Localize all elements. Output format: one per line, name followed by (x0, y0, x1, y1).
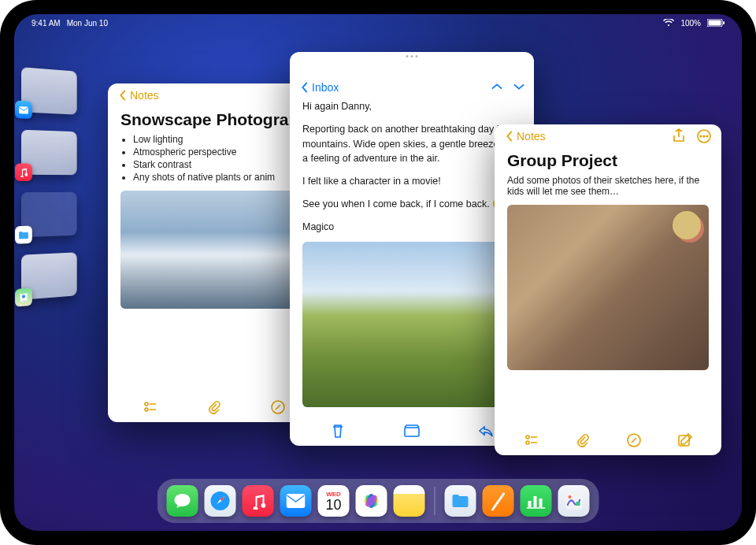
dock-app-files[interactable] (445, 485, 476, 517)
notes-toolbar (108, 391, 321, 422)
mail-signoff: Magico (302, 220, 521, 235)
back-label: Notes (517, 130, 546, 143)
mail-paragraph: I felt like a character in a movie! (302, 174, 521, 189)
trash-icon[interactable] (330, 423, 346, 439)
note-image (507, 205, 709, 370)
files-icon (15, 226, 32, 244)
archive-icon[interactable] (404, 423, 420, 439)
notes-toolbar (495, 424, 721, 455)
window-notes-snowscape[interactable]: Notes Snowscape Photograp Low lighting A… (108, 83, 321, 422)
mail-paragraph: See you when I come back, if I come back… (302, 197, 521, 212)
status-time: 9:41 AM (32, 19, 61, 28)
music-icon (15, 163, 32, 181)
dock-separator (435, 487, 435, 515)
note-image (120, 191, 308, 309)
svg-rect-2 (723, 21, 724, 24)
stage-item-files[interactable] (21, 192, 77, 238)
mail-icon (15, 101, 32, 119)
battery-icon (707, 19, 724, 27)
svg-point-13 (703, 135, 705, 137)
dock: WED 10 (158, 479, 599, 523)
mail-greeting: Hi again Danny, (302, 99, 521, 114)
markup-icon[interactable] (626, 432, 642, 448)
stage-item-music[interactable] (21, 130, 77, 176)
markup-icon[interactable] (270, 399, 286, 415)
svg-point-14 (706, 135, 708, 137)
note-text: Add some photos of their sketches here, … (507, 175, 709, 197)
back-button[interactable]: Notes (504, 130, 546, 143)
dock-app-safari[interactable] (205, 485, 236, 517)
compose-icon[interactable] (677, 432, 693, 448)
dock-app-pages[interactable] (483, 485, 514, 517)
back-label: Notes (130, 89, 159, 102)
checklist-icon[interactable] (524, 432, 539, 448)
note-title: Snowscape Photograp (108, 107, 321, 134)
bullet-item: Atmospheric perspective (133, 146, 308, 158)
attachment-icon[interactable] (206, 399, 222, 415)
stage-manager-strip (20, 69, 88, 298)
wifi-icon (663, 19, 674, 27)
more-icon[interactable] (696, 128, 712, 144)
calendar-day: 10 (325, 498, 341, 512)
stage-item-maps[interactable] (21, 252, 77, 299)
mail-image (302, 242, 521, 407)
dock-app-photos[interactable] (356, 485, 387, 517)
status-date: Mon Jun 10 (67, 19, 108, 28)
back-button[interactable]: Notes (117, 89, 159, 102)
dock-app-numbers[interactable] (521, 485, 552, 517)
svg-rect-10 (405, 428, 419, 436)
next-message-icon[interactable] (513, 81, 524, 95)
note-body: Add some photos of their sketches here, … (495, 175, 721, 424)
dock-app-mail[interactable] (280, 485, 312, 517)
svg-rect-31 (539, 499, 543, 507)
dock-app-calendar[interactable]: WED 10 (318, 485, 350, 517)
mail-paragraph: Reporting back on another breathtaking d… (302, 122, 521, 166)
svg-point-17 (526, 441, 529, 444)
svg-point-12 (700, 135, 702, 137)
svg-point-5 (145, 402, 148, 406)
battery-percent: 100% (680, 19, 701, 28)
stage-item-mail[interactable] (21, 67, 77, 114)
window-notes-group[interactable]: Notes Group Project Add some photos of t… (495, 124, 721, 455)
share-icon[interactable] (673, 128, 685, 145)
bullet-item: Low lighting (133, 134, 308, 145)
dock-app-messages[interactable] (167, 485, 198, 517)
note-body: Low lighting Atmospheric perspective Sta… (108, 134, 321, 391)
back-label: Inbox (312, 81, 339, 94)
back-button[interactable]: Inbox (299, 81, 339, 94)
dock-app-freeform[interactable] (558, 485, 590, 517)
status-bar: 9:41 AM Mon Jun 10 100% (14, 14, 742, 30)
svg-rect-1 (709, 20, 721, 26)
svg-rect-29 (528, 501, 532, 507)
svg-rect-22 (287, 494, 306, 508)
attachment-icon[interactable] (575, 432, 591, 448)
reply-icon[interactable] (478, 423, 494, 439)
ipad-frame: 9:41 AM Mon Jun 10 100% (0, 0, 756, 545)
svg-rect-35 (576, 502, 580, 506)
checklist-icon[interactable] (143, 399, 158, 415)
dock-app-notes[interactable] (394, 485, 425, 517)
note-title: Group Project (495, 148, 721, 175)
prev-message-icon[interactable] (491, 81, 502, 95)
bullet-item: Any shots of native plants or anim (133, 172, 308, 183)
bullet-item: Stark contrast (133, 159, 308, 170)
svg-point-15 (526, 436, 529, 439)
dock-app-music[interactable] (243, 485, 274, 517)
svg-point-7 (145, 408, 148, 411)
screen: 9:41 AM Mon Jun 10 100% (14, 14, 742, 531)
maps-icon (15, 288, 32, 307)
svg-point-34 (569, 495, 572, 499)
svg-rect-30 (534, 496, 537, 507)
window-menu-icon[interactable] (406, 55, 418, 57)
